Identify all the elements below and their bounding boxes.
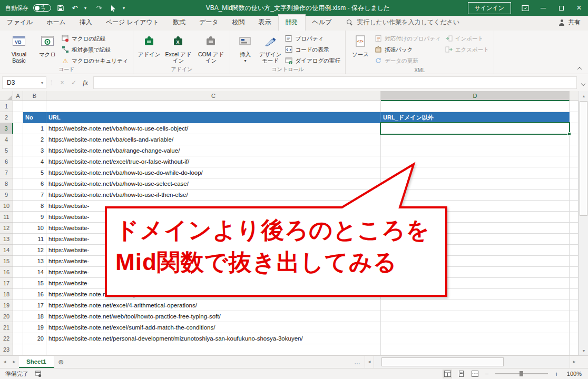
cell-no[interactable]: 18 (23, 311, 46, 322)
page-break-view-icon[interactable] (470, 370, 479, 378)
cell[interactable] (570, 223, 579, 234)
cell-domain-other[interactable] (381, 333, 570, 344)
scroll-down-icon[interactable]: ▼ (579, 346, 588, 355)
cell-no[interactable]: 3 (23, 145, 46, 156)
sheet-tab-sheet1[interactable]: Sheet1 (19, 356, 54, 368)
tab-home[interactable]: ホーム (40, 15, 73, 31)
share-button[interactable]: 共有 (551, 15, 588, 31)
map-properties-button[interactable]: 対応付けのプロパティ (373, 34, 443, 44)
cell[interactable] (13, 156, 23, 167)
cell[interactable] (570, 178, 579, 190)
column-header-d[interactable]: D (381, 91, 570, 101)
cell-no[interactable]: 12 (23, 245, 46, 256)
cell-header-url[interactable]: URL (46, 112, 381, 123)
column-header-b[interactable]: B (23, 91, 46, 101)
select-all-button[interactable] (0, 91, 13, 101)
addins-button[interactable]: アドイン (136, 32, 162, 57)
row-header[interactable]: 20 (0, 311, 13, 322)
hscroll-right-icon[interactable]: ► (570, 356, 579, 368)
cell-no[interactable]: 4 (23, 156, 46, 167)
cell[interactable] (46, 101, 381, 112)
page-layout-view-icon[interactable] (456, 370, 466, 378)
column-header-c[interactable]: C (46, 91, 381, 101)
customize-qat-icon[interactable]: ▾ (123, 6, 128, 11)
cell-url[interactable]: https://website-note.net/personal-develo… (46, 333, 381, 344)
sheet-nav-right-icon[interactable]: ► (9, 356, 19, 368)
fill-handle[interactable] (567, 132, 571, 136)
record-macro-button[interactable]: マクロの記録 (60, 34, 130, 44)
insert-control-button[interactable]: 挿入 ▾ (233, 32, 257, 63)
cell[interactable] (570, 311, 579, 322)
cell-no[interactable]: 11 (23, 234, 46, 245)
zoom-slider-thumb[interactable] (520, 371, 523, 376)
cell-no[interactable]: 15 (23, 278, 46, 289)
row-header[interactable]: 14 (0, 245, 13, 256)
export-button[interactable]: エクスポート (443, 45, 491, 55)
tab-review[interactable]: 校閲 (226, 15, 252, 31)
cell[interactable] (13, 134, 23, 145)
cell[interactable] (570, 234, 579, 245)
sign-in-button[interactable]: サインイン (468, 2, 511, 14)
cell[interactable] (570, 101, 579, 112)
xml-source-button[interactable]: </> ソース (348, 32, 373, 57)
row-header[interactable]: 15 (0, 256, 13, 267)
cell[interactable] (13, 123, 23, 134)
cell-no[interactable]: 8 (23, 201, 46, 212)
name-box[interactable]: D3 ▾ (2, 76, 46, 89)
row-header[interactable]: 12 (0, 223, 13, 234)
new-sheet-button[interactable]: ⊕ (54, 356, 68, 368)
vertical-scrollbar[interactable]: ▲ ▼ (579, 91, 588, 355)
row-header-1[interactable]: 1 (0, 101, 13, 112)
cell[interactable] (13, 333, 23, 344)
cell[interactable] (381, 101, 570, 112)
cell[interactable] (23, 101, 46, 112)
cell[interactable] (570, 112, 579, 123)
cell[interactable] (570, 145, 579, 156)
save-icon[interactable] (56, 3, 65, 13)
enter-icon[interactable]: ✓ (68, 76, 80, 89)
macro-security-button[interactable]: ⚠ マクロのセキュリティ (60, 56, 130, 66)
tab-page-layout[interactable]: ページ レイアウト (99, 15, 166, 31)
cell[interactable] (13, 167, 23, 178)
undo-icon[interactable]: ↶ (70, 3, 80, 13)
cell-header-domain-other[interactable]: URL_ドメイン以外 (381, 112, 570, 123)
minimize-button[interactable]: ─ (534, 0, 552, 16)
cell[interactable] (23, 344, 46, 355)
tell-me-search[interactable]: 実行したい作業を入力してください (341, 15, 465, 31)
cell[interactable] (570, 322, 579, 333)
cancel-icon[interactable]: × (56, 76, 68, 89)
import-button[interactable]: インポート (443, 34, 491, 44)
tab-file[interactable]: ファイル (0, 15, 40, 31)
tab-data[interactable]: データ (192, 15, 226, 31)
maximize-button[interactable] (552, 0, 570, 16)
cell[interactable] (570, 134, 579, 145)
tab-view[interactable]: 表示 (252, 15, 278, 31)
cell-no[interactable]: 10 (23, 223, 46, 234)
ribbon-display-options-icon[interactable] (516, 0, 534, 16)
cell-no[interactable]: 16 (23, 289, 46, 300)
excel-addins-button[interactable]: X Excel アドイン (162, 32, 194, 64)
cell[interactable] (13, 145, 23, 156)
cell[interactable] (570, 289, 579, 300)
use-relative-references-button[interactable]: 相対参照で記録 (60, 45, 130, 55)
cell[interactable] (13, 322, 23, 333)
cell[interactable] (570, 167, 579, 178)
zoom-in-icon[interactable]: + (553, 370, 560, 378)
formula-bar-expand-icon[interactable] (579, 78, 588, 87)
cell[interactable] (13, 267, 23, 278)
cell[interactable] (13, 289, 23, 300)
cell[interactable] (570, 300, 579, 311)
cell[interactable] (13, 234, 23, 245)
cell[interactable] (570, 190, 579, 201)
cell[interactable] (570, 156, 579, 167)
row-header[interactable]: 4 (0, 134, 13, 145)
zoom-level[interactable]: 100% (564, 371, 582, 377)
cell-url[interactable]: https://website-note.net/vba/how-to-use-… (46, 123, 381, 134)
cell-url[interactable]: https://website-note.net/excel/4-arithme… (46, 300, 381, 311)
cell-no[interactable]: 14 (23, 267, 46, 278)
cell[interactable] (13, 311, 23, 322)
cell-no[interactable]: 20 (23, 333, 46, 344)
cell-no[interactable]: 19 (23, 322, 46, 333)
cell-domain-other[interactable] (381, 311, 570, 322)
macros-button[interactable]: マクロ (35, 32, 60, 57)
